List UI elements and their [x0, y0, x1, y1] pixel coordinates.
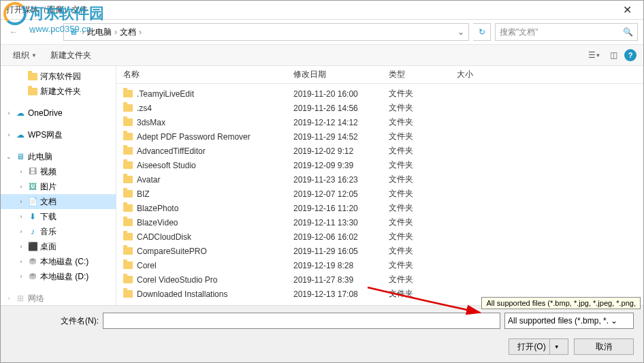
disk-icon: ⛃: [27, 256, 38, 267]
sidebar-item[interactable]: ›♪音乐: [1, 224, 116, 239]
folder-icon: [123, 190, 133, 198]
folder-icon: [123, 262, 133, 269]
file-row[interactable]: BlazePhoto2019-12-16 11:20文件夹: [123, 201, 643, 215]
sidebar-item[interactable]: ›🖼图片: [1, 179, 116, 194]
sidebar-item[interactable]: 河东软件园: [1, 69, 116, 84]
folder-icon: [123, 104, 133, 112]
column-headers: 名称 修改日期 类型 大小: [116, 66, 643, 84]
doc-icon: 📄: [27, 196, 38, 207]
video-icon: 🎞: [27, 166, 38, 177]
sidebar-item[interactable]: ›☁OneDrive: [1, 106, 116, 121]
file-row[interactable]: CADCloudDisk2019-12-06 16:02文件夹: [123, 230, 643, 244]
pictures-icon: 🖼: [27, 181, 38, 192]
nav-up[interactable]: ↑: [44, 25, 59, 40]
search-icon: 🔍: [623, 27, 633, 37]
sidebar-item[interactable]: ›📄文档: [1, 194, 116, 209]
file-row[interactable]: BlazeVideo2019-12-11 13:30文件夹: [123, 215, 643, 230]
file-list: 名称 修改日期 类型 大小 .TeamyiLiveEdit2019-11-20 …: [116, 66, 643, 318]
desktop-icon: ⬛: [27, 241, 38, 252]
close-button[interactable]: ✕: [613, 1, 641, 20]
sidebar-item[interactable]: ›⬛桌面: [1, 239, 116, 254]
disk-icon: ⛃: [27, 271, 38, 282]
folder-icon: [123, 147, 133, 155]
folder-icon: [123, 161, 133, 169]
open-button[interactable]: 打开(O)▼: [509, 338, 568, 355]
folder-icon: [123, 290, 133, 298]
view-button[interactable]: ☰ ▼: [586, 47, 602, 63]
cancel-button[interactable]: 取消: [574, 338, 634, 355]
bottom-bar: 文件名(N): All supported files (*.bmp, *. ⌄…: [1, 305, 643, 362]
folder-icon: [123, 247, 133, 255]
sidebar-item[interactable]: ›⛃本地磁盘 (D:): [1, 269, 116, 284]
bc-root[interactable]: 此电脑: [87, 27, 112, 38]
sidebar-item[interactable]: ›⬇下载: [1, 209, 116, 224]
file-row[interactable]: Avatar2019-11-23 16:23文件夹: [123, 172, 643, 187]
download-icon: ⬇: [27, 211, 38, 222]
folder-icon: [123, 119, 133, 126]
folder-icon: [123, 276, 133, 283]
sidebar-item[interactable]: ›⛃本地磁盘 (C:): [1, 254, 116, 269]
file-row[interactable]: .TeamyiLiveEdit2019-11-20 16:00文件夹: [123, 86, 643, 101]
file-row[interactable]: CompareSuitePRO2019-11-29 16:05文件夹: [123, 244, 643, 258]
titlebar: 打开媒体（图像）文件 ✕: [1, 1, 643, 20]
sidebar-item[interactable]: ›🎞视频: [1, 164, 116, 179]
folder-icon: [123, 204, 133, 212]
nav-forward: →: [25, 25, 40, 40]
preview-button[interactable]: ◫: [605, 47, 622, 63]
network-icon: ⊞: [15, 293, 26, 304]
sidebar-item[interactable]: ›☁WPS网盘: [1, 127, 116, 142]
file-row[interactable]: .zs42019-11-26 14:56文件夹: [123, 101, 643, 115]
file-row[interactable]: Aiseesoft Studio2019-12-09 9:39文件夹: [123, 158, 643, 172]
sidebar-item[interactable]: ›⊞网络: [1, 291, 116, 306]
nav-back[interactable]: ←: [6, 25, 21, 40]
folder-icon: [27, 86, 38, 97]
file-row[interactable]: 3dsMax2019-12-12 14:12文件夹: [123, 115, 643, 129]
sidebar-item[interactable]: 新建文件夹: [1, 84, 116, 99]
col-name[interactable]: 名称: [123, 66, 293, 83]
folder-icon: [123, 90, 133, 97]
col-type[interactable]: 类型: [389, 66, 457, 83]
file-row[interactable]: Corel2019-12-19 8:28文件夹: [123, 258, 643, 272]
file-row[interactable]: AdvancedTiffEditor2019-12-02 9:12文件夹: [123, 144, 643, 158]
folder-icon: [123, 233, 133, 240]
filter-tooltip: All supported files (*.bmp, *.jpg, *.jpe…: [481, 297, 641, 309]
filetype-filter[interactable]: All supported files (*.bmp, *. ⌄: [504, 313, 634, 329]
sidebar[interactable]: 河东软件园新建文件夹›☁OneDrive›☁WPS网盘⌄🖥此电脑›🎞视频›🖼图片…: [1, 66, 116, 318]
pc-icon: 🖥: [15, 151, 26, 162]
window-title: 打开媒体（图像）文件: [6, 4, 613, 16]
folder-icon: [27, 71, 38, 82]
filename-input[interactable]: [103, 313, 500, 329]
file-row[interactable]: Adept PDF Password Remover2019-11-29 14:…: [123, 129, 643, 144]
folder-icon: [123, 133, 133, 140]
bc-dropdown[interactable]: ⌄: [457, 27, 464, 37]
newfolder-button[interactable]: 新建文件夹: [45, 47, 97, 64]
music-icon: ♪: [27, 226, 38, 237]
col-size[interactable]: 大小: [457, 66, 511, 83]
sidebar-item[interactable]: ⌄🖥此电脑: [1, 149, 116, 164]
bc-current[interactable]: 文档: [120, 27, 136, 38]
search-input[interactable]: 搜索"文档" 🔍: [495, 23, 638, 41]
pc-icon: 🖥: [68, 27, 79, 37]
file-row[interactable]: BIZ2019-12-07 12:05文件夹: [123, 187, 643, 201]
onedrive-icon: ☁: [15, 108, 26, 119]
folder-icon: [123, 219, 133, 226]
toolbar: 组织▼ 新建文件夹 ☰ ▼ ◫ ?: [1, 44, 643, 66]
file-row[interactable]: Corel VideoStudio Pro2019-11-27 8:39文件夹: [123, 272, 643, 287]
help-button[interactable]: ?: [624, 49, 637, 61]
organize-button[interactable]: 组织▼: [7, 47, 42, 64]
file-list-body[interactable]: .TeamyiLiveEdit2019-11-20 16:00文件夹.zs420…: [116, 84, 643, 318]
refresh-button[interactable]: ↻: [473, 23, 491, 41]
filename-label: 文件名(N):: [10, 315, 99, 327]
breadcrumb[interactable]: 🖥 › 此电脑 › 文档 › ⌄: [63, 23, 469, 41]
col-date[interactable]: 修改日期: [293, 66, 389, 83]
wps-icon: ☁: [15, 129, 26, 140]
nav-row: ← → ↑ 🖥 › 此电脑 › 文档 › ⌄ ↻ 搜索"文档" 🔍: [1, 20, 643, 44]
folder-icon: [123, 176, 133, 183]
